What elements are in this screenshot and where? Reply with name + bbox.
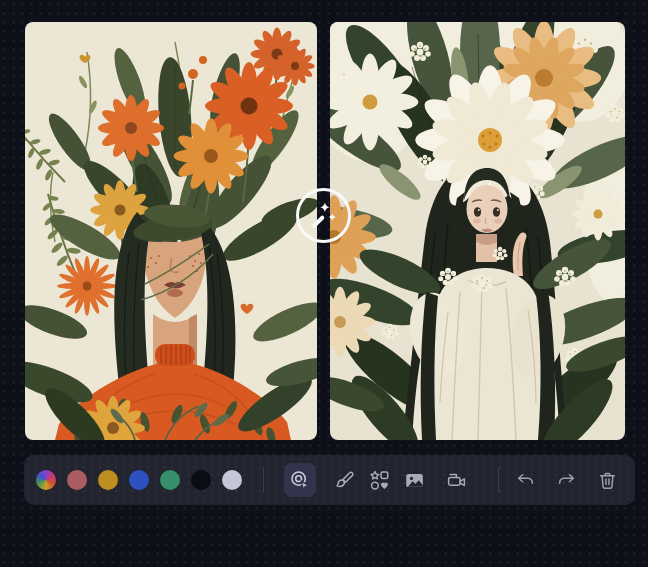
- shapes-icon: [369, 470, 390, 491]
- undo-button[interactable]: [510, 465, 540, 495]
- undo-arrow-icon: [515, 470, 536, 491]
- select-click-tool[interactable]: [284, 463, 316, 497]
- gold-swatch[interactable]: [98, 470, 118, 490]
- compare-button[interactable]: [296, 188, 351, 243]
- toolbar-divider: [263, 467, 264, 493]
- brush-tool[interactable]: [328, 463, 360, 497]
- left-artwork-image[interactable]: [25, 22, 317, 440]
- color-swatches: [36, 470, 242, 490]
- video-tool[interactable]: [440, 463, 472, 497]
- redo-button[interactable]: [551, 465, 581, 495]
- left-artwork-illustration: [25, 22, 317, 440]
- image-icon: [404, 470, 425, 491]
- shapes-tool[interactable]: [363, 463, 395, 497]
- magic-wand-sparkles-icon: [303, 195, 345, 237]
- right-artwork-image[interactable]: [330, 22, 625, 440]
- black-swatch[interactable]: [191, 470, 211, 490]
- rose-swatch[interactable]: [67, 470, 87, 490]
- right-artwork-painting: [330, 22, 625, 440]
- green-swatch[interactable]: [160, 470, 180, 490]
- trash-icon: [597, 470, 618, 491]
- toolbar: [24, 455, 635, 505]
- redo-arrow-icon: [556, 470, 577, 491]
- paintbrush-icon: [334, 470, 355, 491]
- rainbow-swatch[interactable]: [36, 470, 56, 490]
- editor-canvas: [0, 0, 648, 567]
- image-tool[interactable]: [398, 463, 430, 497]
- delete-button[interactable]: [592, 465, 622, 495]
- pointer-click-icon: [289, 469, 311, 491]
- toolbar-divider: [498, 467, 499, 493]
- blue-swatch[interactable]: [129, 470, 149, 490]
- lavender-swatch[interactable]: [222, 470, 242, 490]
- video-camera-icon: [446, 470, 467, 491]
